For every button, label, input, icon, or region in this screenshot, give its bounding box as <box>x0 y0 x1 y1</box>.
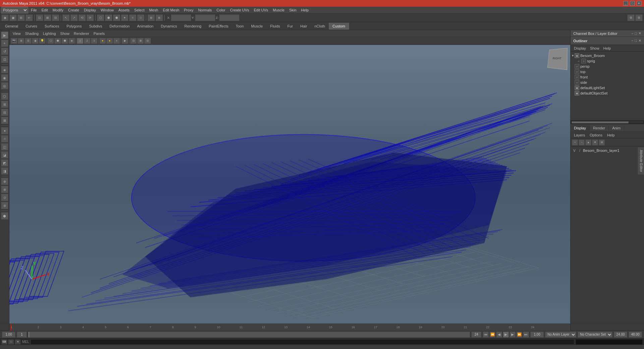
frame-start-input[interactable] <box>2 332 15 338</box>
vi-shadow[interactable]: ⊟ <box>144 38 151 44</box>
timeline-scrubber[interactable] <box>28 332 470 338</box>
lt-btn4[interactable]: ⬡ <box>1 93 8 100</box>
lt-btn7[interactable]: ⊠ <box>1 117 8 124</box>
vi-camera[interactable]: 📷 <box>11 38 17 44</box>
vi-obj[interactable]: ◉ <box>32 38 39 44</box>
menu-skin[interactable]: Skin <box>287 7 298 13</box>
goto-end-btn[interactable]: ⏭ <box>523 332 529 338</box>
tb-btn-9[interactable]: ↗ <box>70 14 78 21</box>
panel-minimize[interactable]: − <box>631 32 633 36</box>
layer-move-down-btn[interactable]: ▼ <box>592 139 598 146</box>
menu-assets[interactable]: Assets <box>116 7 131 13</box>
lt-select[interactable]: ▶ <box>1 32 8 39</box>
vi-texture[interactable]: ⬣ <box>61 38 68 44</box>
lt-btn13[interactable]: ◨ <box>1 167 8 175</box>
menu-color[interactable]: Color <box>215 7 227 13</box>
tb-settings-btn[interactable]: ⚙ <box>635 14 643 21</box>
vi-shader[interactable]: ◈ <box>68 38 75 44</box>
layer-tab-display[interactable]: Display <box>571 125 590 131</box>
tab-general[interactable]: General <box>1 23 22 30</box>
goto-start-btn[interactable]: ⏮ <box>483 332 489 338</box>
frame-end-input[interactable] <box>471 332 481 338</box>
vi-aa[interactable]: ● <box>99 38 106 44</box>
menu-edit[interactable]: Edit <box>40 7 50 13</box>
vi-wire[interactable]: ⬡ <box>47 38 54 44</box>
tab-animation[interactable]: Animation <box>133 23 157 30</box>
tab-subdivs[interactable]: Subdivs <box>85 23 106 30</box>
anim-layer-dropdown[interactable]: No Anim Layer <box>545 332 576 338</box>
tab-custom[interactable]: Custom <box>329 23 349 30</box>
outliner-menu-show[interactable]: Show <box>588 46 601 51</box>
tree-item-defaultobjectset[interactable]: ◈ defaultObjectSet <box>571 91 643 96</box>
outliner-minimize[interactable]: − <box>631 39 633 43</box>
tab-fluids[interactable]: Fluids <box>267 23 284 30</box>
tab-painteffects[interactable]: PaintEffects <box>205 23 232 30</box>
menu-edituvs[interactable]: Edit UVs <box>252 7 270 13</box>
polygon-dropdown[interactable]: Polygons <box>1 7 28 13</box>
tab-surfaces[interactable]: Surfaces <box>41 23 63 30</box>
lt-btn18[interactable]: ⬢ <box>1 212 8 220</box>
tb-btn-10[interactable]: ⟲ <box>78 14 86 21</box>
tb-btn-12[interactable]: ⬡ <box>97 14 104 21</box>
tb-btn-15[interactable]: ✦ <box>121 14 128 21</box>
tree-item-side[interactable]: ○ side <box>571 80 643 85</box>
prev-key-btn[interactable]: ⏪ <box>489 332 495 338</box>
tb-btn-1[interactable]: ◉ <box>1 14 9 21</box>
y-input[interactable] <box>195 14 215 21</box>
menu-createuvs[interactable]: Create UVs <box>228 7 251 13</box>
attribute-editor-tab[interactable]: Attribute Editor <box>638 148 644 174</box>
vt-panels[interactable]: Panels <box>92 31 107 36</box>
panel-close[interactable]: ✕ <box>638 31 641 36</box>
tree-item-top[interactable]: ○ top <box>571 69 643 74</box>
outliner-scrollbar[interactable] <box>571 120 644 124</box>
vi-smooth1[interactable]: 1 <box>77 38 83 44</box>
tb-btn-13[interactable]: ⬢ <box>105 14 112 21</box>
mel-command-input[interactable] <box>31 339 574 345</box>
layer-delete-btn[interactable]: − <box>579 139 585 146</box>
mel-key-btn[interactable]: ⌨ <box>1 339 7 345</box>
z-input[interactable] <box>219 14 239 21</box>
tb-btn-8[interactable]: ↖ <box>62 14 70 21</box>
tab-dynamics[interactable]: Dynamics <box>157 23 181 30</box>
menu-proxy[interactable]: Proxy <box>182 7 195 13</box>
outliner-menu-help[interactable]: Help <box>601 46 613 51</box>
tb-btn-4[interactable]: ↩ <box>25 14 33 21</box>
lt-btn6[interactable]: ⊟ <box>1 109 8 116</box>
panel-maximize[interactable]: □ <box>635 32 637 36</box>
vi-smooth2[interactable]: 2 <box>84 38 91 44</box>
menu-modify[interactable]: Modify <box>51 7 65 13</box>
vt-show[interactable]: Show <box>58 31 72 36</box>
close-button[interactable]: ✕ <box>637 1 641 6</box>
vi-solid[interactable]: ⬢ <box>54 38 61 44</box>
speed-input[interactable] <box>530 332 544 338</box>
lt-btn15[interactable]: ⊗ <box>1 186 8 193</box>
menu-help[interactable]: Help <box>299 7 311 13</box>
minimize-button[interactable]: _ <box>623 1 628 6</box>
menu-select[interactable]: Select <box>132 7 147 13</box>
tree-item-besom-broom[interactable]: ▼ ◈ Besom_Broom <box>571 53 643 58</box>
menu-file[interactable]: File <box>29 7 39 13</box>
menu-display[interactable]: Display <box>82 7 98 13</box>
tb-btn-14[interactable]: ⬣ <box>113 14 120 21</box>
lt-rotate[interactable]: ↺ <box>1 48 8 55</box>
step-back-btn[interactable]: ◀ <box>496 332 502 338</box>
character-set-dropdown[interactable]: No Character Set <box>578 332 612 338</box>
lt-move[interactable]: + <box>1 40 8 47</box>
tb-btn-6[interactable]: ⊠ <box>44 14 51 21</box>
lt-btn12[interactable]: ◩ <box>1 159 8 167</box>
tb-btn-17[interactable]: ✩ <box>137 14 144 21</box>
vi-iso[interactable]: ⊡ <box>130 38 137 44</box>
vi-render[interactable]: ▶ <box>122 38 128 44</box>
tab-toon[interactable]: Toon <box>232 23 247 30</box>
layer-menu-help[interactable]: Help <box>605 133 617 137</box>
timeline-ruler[interactable]: 1 2 3 4 5 6 7 8 9 10 11 12 13 14 15 16 1… <box>9 324 570 331</box>
menu-mesh[interactable]: Mesh <box>147 7 160 13</box>
vt-lighting[interactable]: Lighting <box>41 31 58 36</box>
layer-new-btn[interactable]: + <box>572 139 578 146</box>
viewport-canvas[interactable]: RIGHT <box>9 45 570 324</box>
tb-btn-7[interactable]: ⊟ <box>52 14 59 21</box>
timeline-end2-input[interactable] <box>629 332 642 338</box>
vt-view[interactable]: View <box>11 31 23 36</box>
menu-window[interactable]: Window <box>99 7 116 13</box>
tab-rendering[interactable]: Rendering <box>181 23 205 30</box>
